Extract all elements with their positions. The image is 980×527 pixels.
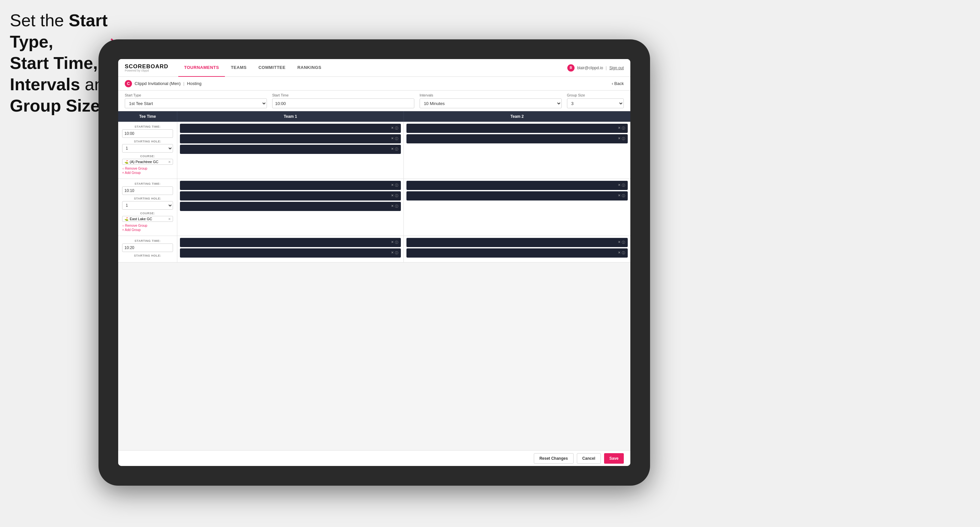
nav-bar: SCOREBOARD Powered by clippd TOURNAMENTS… bbox=[118, 59, 630, 77]
starting-time-input-1[interactable] bbox=[122, 129, 173, 138]
sign-out-link[interactable]: Sign out bbox=[609, 66, 624, 70]
group-row-2: STARTING TIME: STARTING HOLE: 1 COURSE: … bbox=[118, 179, 630, 236]
starting-time-input-3[interactable] bbox=[122, 243, 173, 252]
tab-tournaments[interactable]: TOURNAMENTS bbox=[178, 59, 225, 77]
team1-cell-1: ✕ ⓘ ✕ ⓘ ✕ ⓘ bbox=[177, 122, 404, 178]
intervals-group: Intervals 10 Minutes 8 Minutes 12 Minute… bbox=[420, 93, 562, 108]
start-time-input[interactable] bbox=[272, 98, 414, 108]
team2-cell-2: ✕ ⓘ ✕ ⓘ bbox=[404, 179, 630, 236]
group-size-label: Group Size bbox=[567, 93, 624, 97]
main-content: Tee Time Team 1 Team 2 STARTING TIME: ST… bbox=[118, 111, 630, 450]
expand-icon-6-1[interactable]: ✕ bbox=[618, 240, 620, 245]
add-group-1[interactable]: + Add Group bbox=[122, 171, 173, 175]
remove-course-2[interactable]: ✕ bbox=[168, 217, 171, 221]
player-actions-1-1: ✕ ⓘ bbox=[391, 126, 398, 130]
bold-start-time: Start Time, bbox=[10, 54, 98, 73]
info-icon-6-2[interactable]: ⓘ bbox=[622, 251, 625, 255]
logo-sub: Powered by clippd bbox=[125, 69, 169, 72]
nav-user: B blair@clippd.io | Sign out bbox=[567, 64, 624, 71]
player-row-3-3: ✕ ⓘ bbox=[180, 202, 401, 211]
expand-icon-4-2[interactable]: ✕ bbox=[618, 194, 620, 198]
info-icon-4-1[interactable]: ⓘ bbox=[622, 183, 625, 188]
info-icon-1-1[interactable]: ⓘ bbox=[395, 126, 398, 130]
intervals-select[interactable]: 10 Minutes 8 Minutes 12 Minutes bbox=[420, 98, 562, 108]
expand-icon-6-2[interactable]: ✕ bbox=[618, 251, 620, 255]
course-tag-2: ⛳ East Lake GC ✕ bbox=[122, 216, 173, 222]
group-size-select[interactable]: 3 2 4 bbox=[567, 98, 624, 108]
expand-icon-3-2[interactable]: ✕ bbox=[391, 194, 394, 198]
start-type-label: Start Type bbox=[125, 93, 267, 97]
info-icon-2-1[interactable]: ⓘ bbox=[622, 126, 625, 130]
starting-hole-select-1[interactable]: 1 bbox=[122, 144, 173, 152]
team2-cell-1: ✕ ⓘ ✕ ⓘ bbox=[404, 122, 630, 178]
start-type-group: Start Type 1st Tee Start Shotgun Start bbox=[125, 93, 267, 108]
nav-logo: SCOREBOARD Powered by clippd bbox=[125, 63, 169, 72]
start-type-select[interactable]: 1st Tee Start Shotgun Start bbox=[125, 98, 267, 108]
info-icon-6-1[interactable]: ⓘ bbox=[622, 240, 625, 245]
course-name-2: East Lake GC bbox=[130, 217, 152, 221]
team2-cell-3: ✕ ⓘ ✕ ⓘ bbox=[404, 236, 630, 262]
starting-time-input-2[interactable] bbox=[122, 186, 173, 195]
starting-hole-label-1: STARTING HOLE: bbox=[122, 140, 173, 143]
starting-hole-select-2[interactable]: 1 bbox=[122, 201, 173, 210]
player-row-4-1: ✕ ⓘ bbox=[406, 181, 628, 190]
tab-committee[interactable]: COMMITTEE bbox=[253, 59, 291, 77]
info-icon-3-2[interactable]: ⓘ bbox=[395, 194, 398, 198]
team1-cell-3: ✕ ⓘ ✕ ⓘ bbox=[177, 236, 404, 262]
group-row-1: STARTING TIME: STARTING HOLE: 1 COURSE: … bbox=[118, 122, 630, 179]
nav-tabs: TOURNAMENTS TEAMS COMMITTEE RANKINGS bbox=[178, 59, 567, 77]
expand-icon-5-1[interactable]: ✕ bbox=[391, 240, 394, 245]
group-row-3: STARTING TIME: STARTING HOLE: ✕ ⓘ ✕ bbox=[118, 236, 630, 262]
bold-group-size: Group Size bbox=[10, 96, 100, 115]
remove-course-1[interactable]: ✕ bbox=[168, 160, 171, 164]
expand-icon-4-1[interactable]: ✕ bbox=[618, 183, 620, 188]
course-icon-1: ⛳ bbox=[124, 160, 128, 164]
group-left-2: STARTING TIME: STARTING HOLE: 1 COURSE: … bbox=[118, 179, 177, 236]
logo-main: SCOREBOARD bbox=[125, 63, 169, 69]
expand-icon-3-1[interactable]: ✕ bbox=[391, 183, 394, 188]
brand-icon: C bbox=[125, 80, 132, 87]
remove-group-1[interactable]: ○ Remove Group bbox=[122, 167, 173, 170]
expand-icon-1-1[interactable]: ✕ bbox=[391, 126, 394, 130]
col-tee-time: Tee Time bbox=[118, 111, 177, 122]
group-size-group: Group Size 3 2 4 bbox=[567, 93, 624, 108]
cancel-button[interactable]: Cancel bbox=[577, 453, 601, 464]
info-icon-2-2[interactable]: ⓘ bbox=[622, 137, 625, 141]
info-icon-4-2[interactable]: ⓘ bbox=[622, 194, 625, 198]
expand-icon-5-2[interactable]: ✕ bbox=[391, 251, 394, 255]
reset-button[interactable]: Reset Changes bbox=[534, 453, 574, 464]
info-icon-5-1[interactable]: ⓘ bbox=[395, 240, 398, 245]
player-row-5-2: ✕ ⓘ bbox=[180, 248, 401, 257]
tablet-screen: SCOREBOARD Powered by clippd TOURNAMENTS… bbox=[118, 59, 630, 466]
tab-teams[interactable]: TEAMS bbox=[225, 59, 253, 77]
group-left-1: STARTING TIME: STARTING HOLE: 1 COURSE: … bbox=[118, 122, 177, 178]
player-row-3-1: ✕ ⓘ bbox=[180, 181, 401, 190]
info-icon-1-2[interactable]: ⓘ bbox=[395, 137, 398, 141]
save-button[interactable]: Save bbox=[604, 453, 624, 464]
back-button[interactable]: Back bbox=[612, 81, 624, 86]
tab-rankings[interactable]: RANKINGS bbox=[291, 59, 327, 77]
expand-icon-1-2[interactable]: ✕ bbox=[391, 137, 394, 141]
col-team1: Team 1 bbox=[177, 111, 404, 122]
player-row-1-3: ✕ ⓘ bbox=[180, 145, 401, 154]
expand-icon-3-3[interactable]: ✕ bbox=[391, 204, 394, 209]
player-row-2-2: ✕ ⓘ bbox=[406, 134, 628, 143]
add-group-2[interactable]: + Add Group bbox=[122, 228, 173, 232]
info-icon-1-3[interactable]: ⓘ bbox=[395, 147, 398, 152]
info-icon-3-1[interactable]: ⓘ bbox=[395, 183, 398, 188]
bold-start-type: Start Type, bbox=[10, 11, 108, 51]
info-icon-5-2[interactable]: ⓘ bbox=[395, 251, 398, 255]
user-email: blair@clippd.io bbox=[577, 66, 603, 70]
expand-icon-2-2[interactable]: ✕ bbox=[618, 137, 620, 141]
course-icon-2: ⛳ bbox=[124, 217, 128, 221]
remove-group-2[interactable]: ○ Remove Group bbox=[122, 224, 173, 227]
user-avatar: B bbox=[567, 64, 574, 71]
sub-header: C Clippd Invitational (Men) | Hosting Ba… bbox=[118, 77, 630, 90]
expand-icon-1-3[interactable]: ✕ bbox=[391, 147, 394, 152]
player-row-6-1: ✕ ⓘ bbox=[406, 238, 628, 247]
expand-icon-2-1[interactable]: ✕ bbox=[618, 126, 620, 130]
starting-hole-label-2: STARTING HOLE: bbox=[122, 197, 173, 200]
info-icon-3-3[interactable]: ⓘ bbox=[395, 204, 398, 209]
player-row-5-1: ✕ ⓘ bbox=[180, 238, 401, 247]
course-label-2: COURSE: bbox=[122, 212, 173, 215]
